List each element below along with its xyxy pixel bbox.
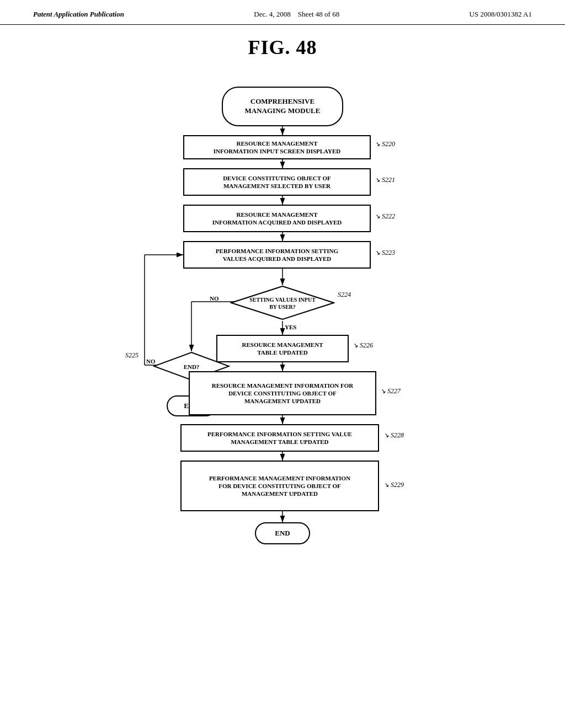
- s227-step: ↘ S227: [380, 387, 401, 395]
- s222-step: ↘ S222: [375, 212, 395, 221]
- s229-label: PERFORMANCE MANAGEMENT INFORMATIONFOR DE…: [209, 474, 350, 498]
- s229-step: ↘ S229: [383, 481, 404, 489]
- s228-label: PERFORMANCE INFORMATION SETTING VALUEMAN…: [207, 430, 352, 446]
- s223-label: PERFORMANCE INFORMATION SETTINGVALUES AC…: [216, 247, 338, 263]
- s220-label: RESOURCE MANAGEMENTINFORMATION INPUT SCR…: [214, 140, 341, 156]
- s224-diamond-container: SETTING VALUES INPUTBY USER?: [230, 285, 335, 321]
- s227-label: RESOURCE MANAGEMENT INFORMATION FORDEVIC…: [212, 382, 354, 405]
- start-node: COMPREHENSIVEMANAGING MODULE: [222, 87, 343, 126]
- s222-box: RESOURCE MANAGEMENTINFORMATION ACQUIRED …: [183, 205, 371, 232]
- s221-step: ↘ S221: [375, 176, 395, 184]
- end2-node: END: [255, 522, 310, 544]
- s222-label: RESOURCE MANAGEMENTINFORMATION ACQUIRED …: [212, 211, 342, 227]
- header-sheet: Sheet 48 of 68: [298, 10, 339, 18]
- page-header: Patent Application Publication Dec. 4, 2…: [0, 0, 565, 25]
- s220-step: ↘ S220: [375, 140, 395, 148]
- header-publication-label: Patent Application Publication: [33, 10, 124, 19]
- s221-label: DEVICE CONSTITUTING OBJECT OFMANAGEMENT …: [223, 174, 331, 190]
- s229-box: PERFORMANCE MANAGEMENT INFORMATIONFOR DE…: [180, 461, 379, 511]
- s228-step: ↘ S228: [383, 431, 404, 440]
- header-patent: US 2008/0301382 A1: [470, 10, 532, 19]
- s224-step: S224: [338, 291, 351, 299]
- s228-box: PERFORMANCE INFORMATION SETTING VALUEMAN…: [180, 424, 379, 452]
- s224-text: SETTING VALUES INPUTBY USER?: [230, 285, 335, 321]
- s224-yes-label: YES: [285, 324, 296, 330]
- s220-box: RESOURCE MANAGEMENTINFORMATION INPUT SCR…: [183, 135, 371, 159]
- start-label: COMPREHENSIVEMANAGING MODULE: [245, 97, 321, 116]
- main-content: FIG. 48: [0, 25, 565, 715]
- s226-box: RESOURCE MANAGEMENTTABLE UPDATED: [216, 335, 349, 362]
- s227-box: RESOURCE MANAGEMENT INFORMATION FORDEVIC…: [189, 371, 376, 415]
- s223-step: ↘ S223: [375, 249, 395, 257]
- end2-label: END: [275, 529, 290, 538]
- s224-no-label: NO: [210, 295, 219, 302]
- s225-step: S225: [125, 351, 138, 360]
- s223-box: PERFORMANCE INFORMATION SETTINGVALUES AC…: [183, 241, 371, 269]
- s225-no-label: NO: [146, 358, 156, 365]
- s221-box: DEVICE CONSTITUTING OBJECT OFMANAGEMENT …: [183, 168, 371, 196]
- figure-title: FIG. 48: [248, 36, 317, 59]
- s226-label: RESOURCE MANAGEMENTTABLE UPDATED: [242, 341, 323, 357]
- s226-step: ↘ S226: [353, 341, 373, 350]
- header-date: Dec. 4, 2008 Sheet 48 of 68: [254, 10, 339, 19]
- flowchart: COMPREHENSIVEMANAGING MODULE RESOURCE MA…: [73, 70, 492, 704]
